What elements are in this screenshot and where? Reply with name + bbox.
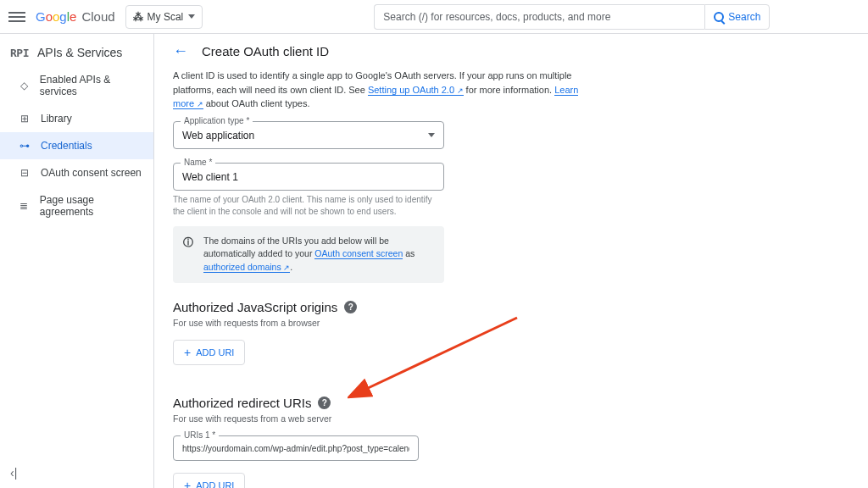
sidebar-item-oauth-consent[interactable]: ⊟ OAuth consent screen [0,159,153,186]
topbar: Google Cloud ⁂ My Scal Search (/) for re… [0,0,868,34]
authorized-domains-link[interactable]: authorized domains [203,262,290,273]
sidebar-item-enabled-apis[interactable]: ◇ Enabled APIs & services [0,66,153,105]
field-value: https://yourdomain.com/wp-admin/edit.php… [182,444,409,453]
setup-oauth-link[interactable]: Setting up OAuth 2.0 [368,85,464,96]
key-icon: ⊶ [19,140,31,152]
sidebar-item-library[interactable]: ⊞ Library [0,105,153,132]
sidebar-item-label: Enabled APIs & services [40,74,142,97]
plus-icon: + [184,347,191,358]
field-label: Name * [181,158,215,167]
library-icon: ⊞ [19,113,31,125]
content: ← Create OAuth client ID A client ID is … [154,34,868,488]
google-cloud-logo[interactable]: Google Cloud [36,9,115,24]
consent-icon: ⊟ [19,167,31,179]
sidebar-item-page-usage[interactable]: ≣ Page usage agreements [0,186,153,225]
field-label: URIs 1 * [181,430,219,440]
add-js-uri-button[interactable]: + ADD URI [173,340,245,365]
js-origins-subtext: For use with requests from a browser [173,318,593,328]
menu-icon[interactable] [8,12,25,22]
application-type-select[interactable]: Application type * Web application [173,121,444,149]
collapse-sidebar-icon[interactable]: ‹| [10,466,17,480]
search-button[interactable]: Search [704,4,770,30]
name-helper-text: The name of your OAuth 2.0 client. This … [173,194,444,218]
sidebar-item-credentials[interactable]: ⊶ Credentials [0,132,153,159]
sidebar-item-label: Library [41,113,72,125]
project-selector[interactable]: ⁂ My Scal [125,5,203,29]
add-redirect-uri-button[interactable]: + ADD URI [173,473,245,488]
project-icon: ⁂ [133,11,142,23]
agreements-icon: ≣ [19,200,30,212]
chevron-down-icon [428,133,435,137]
project-name: My Scal [147,11,184,23]
sidebar-item-label: Page usage agreements [40,194,142,218]
client-name-input[interactable]: Name * Web client 1 [173,163,444,191]
redirect-uris-heading: Authorized redirect URIs ? [173,396,593,410]
info-icon: ⓘ [183,235,193,274]
help-icon[interactable]: ? [318,396,331,409]
page-title: Create OAuth client ID [202,44,329,58]
field-value: Web application [182,130,254,141]
field-label: Application type * [181,116,253,125]
field-value: Web client 1 [182,171,238,183]
search-input[interactable]: Search (/) for resources, docs, products… [374,4,704,30]
sidebar-item-label: Credentials [41,140,92,152]
sidebar-item-label: OAuth consent screen [41,167,142,179]
intro-text: A client ID is used to identify a single… [173,69,593,111]
dashboard-icon: ◇ [19,80,30,92]
domains-info-box: ⓘ The domains of the URIs you add below … [173,226,444,283]
redirect-uris-subtext: For use with requests from a web server [173,413,593,424]
search-icon [714,12,724,22]
chevron-down-icon [188,14,195,19]
redirect-uri-1-input[interactable]: URIs 1 * https://yourdomain.com/wp-admin… [173,435,419,461]
consent-screen-link[interactable]: OAuth consent screen [314,248,403,259]
help-icon[interactable]: ? [344,301,357,313]
api-icon: RPI [10,47,29,59]
sidebar: RPI APIs & Services ◇ Enabled APIs & ser… [0,34,154,488]
back-arrow-icon[interactable]: ← [173,42,188,60]
sidebar-title[interactable]: RPI APIs & Services [0,39,153,66]
plus-icon: + [184,480,191,488]
js-origins-heading: Authorized JavaScript origins ? [173,300,593,314]
